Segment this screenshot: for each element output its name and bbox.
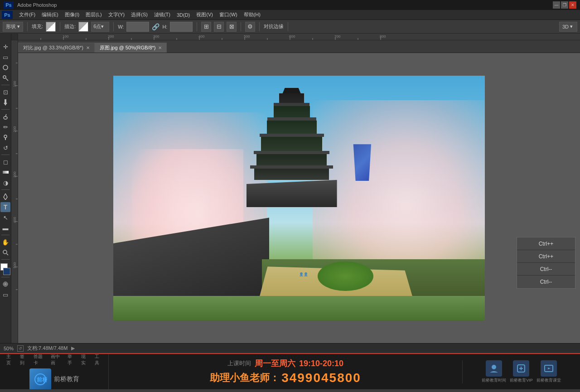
ruler-vertical: 100 200 300 400 500 <box>11 40 18 343</box>
promo-icon-2[interactable]: 前桥教育VIP <box>510 360 533 383</box>
promo-tab-home[interactable]: 主页 <box>5 353 15 367</box>
doc-info-arrow[interactable]: ▶ <box>71 345 75 351</box>
tool-sep7 <box>1 277 10 277</box>
figures: 👤👤 <box>299 272 308 276</box>
shape-tool[interactable]: ▬ <box>0 223 10 233</box>
clone-stamp-tool[interactable] <box>0 132 10 142</box>
tab-original[interactable]: 原图.jpg @ 50%(RGB/8*) ✕ <box>95 43 167 53</box>
menu-help[interactable]: 帮助(H) <box>241 10 263 19</box>
canvas-with-ruler: 100 200 300 400 500 对比.jpg @ 33.3%(RGB/8… <box>11 40 580 343</box>
lock-aspect-icon[interactable]: 🔗 <box>152 23 160 30</box>
promo-tab-reality[interactable]: 现实 <box>79 353 90 367</box>
shortcut-zoom-out-2[interactable]: Ctrl-- <box>517 276 575 288</box>
background-color[interactable] <box>3 268 10 275</box>
marquee-tool[interactable]: ▭ <box>0 52 10 62</box>
gear-settings[interactable]: ⚙ <box>245 22 255 32</box>
menu-file[interactable]: 文件(F) <box>16 10 38 19</box>
win-minimize-btn[interactable]: — <box>553 1 560 9</box>
tab-contrast-close[interactable]: ✕ <box>86 45 90 50</box>
eraser-tool[interactable]: ◻ <box>0 157 10 167</box>
doc-info: 文档:7.48M/7.48M <box>27 345 68 352</box>
promo-logo-icon: 前桥 <box>29 368 51 389</box>
promo-tab-tools[interactable]: 工具 <box>93 353 104 367</box>
menu-text[interactable]: 文字(Y) <box>106 10 128 19</box>
crop-tool[interactable]: ⊡ <box>0 87 10 97</box>
svg-text:500: 500 <box>13 262 17 268</box>
path-intersect-icon[interactable]: ⊠ <box>227 22 237 32</box>
promo-tab-raise[interactable]: 举手 <box>66 353 77 367</box>
schedule-time: 19:10-20:10 <box>299 359 343 368</box>
path-combine-icon[interactable]: ⊞ <box>201 22 211 32</box>
spot-heal-tool[interactable] <box>0 111 10 121</box>
tower-body-4 <box>261 137 322 154</box>
3d-view-btn[interactable]: 3D ▾ <box>559 22 577 32</box>
shortcut-panel: Ctrl++ Ctrl++ Ctrl-- Ctrl-- <box>517 237 575 289</box>
svg-rect-9 <box>3 171 9 174</box>
h-input[interactable] <box>170 22 193 32</box>
history-brush-tool[interactable]: ↺ <box>0 143 10 153</box>
tool-panel: ✛ ▭ ⊡ ✏ ↺ ◻ ◑ T ↖ ▬ <box>0 34 11 343</box>
ruler-corner-box <box>11 34 18 40</box>
menu-3d[interactable]: 3D(D) <box>174 11 193 19</box>
svg-point-1 <box>3 76 6 78</box>
quick-select-tool[interactable] <box>0 73 10 83</box>
shortcut-zoom-in-2[interactable]: Ctrl++ <box>517 250 575 263</box>
path-select-tool[interactable]: ↖ <box>0 213 10 223</box>
menu-layer[interactable]: 图层(L) <box>83 10 104 19</box>
fill-swatch[interactable] <box>46 22 56 32</box>
brush-tool[interactable]: ✏ <box>0 122 10 132</box>
screen-mode-btn[interactable]: ▭ <box>0 290 10 300</box>
svg-line-6 <box>5 114 6 116</box>
promo-tab-pip[interactable]: 画中画 <box>49 353 63 367</box>
win-close-btn[interactable]: ✕ <box>569 1 576 9</box>
menu-filter[interactable]: 滤镜(T) <box>151 10 173 19</box>
promo-tabs: 主页 签到 答题卡 画中画 举手 现实 工具 <box>5 353 104 367</box>
menu-image[interactable]: 图像(I) <box>62 10 82 19</box>
tool-sep5 <box>1 235 10 235</box>
lasso-tool[interactable] <box>0 63 10 73</box>
svg-text:700: 700 <box>334 34 341 39</box>
promo-tab-quiz[interactable]: 答题卡 <box>32 353 46 367</box>
menu-view[interactable]: 视图(V) <box>193 10 216 19</box>
color-swatches[interactable] <box>0 263 10 275</box>
blur-tool[interactable]: ◑ <box>0 178 10 188</box>
tab-original-close[interactable]: ✕ <box>158 45 162 50</box>
zoom-refresh-btn[interactable]: ↺ <box>17 345 24 352</box>
promo-tab-signin[interactable]: 签到 <box>18 353 29 367</box>
w-input[interactable] <box>126 22 149 32</box>
tab-contrast[interactable]: 对比.jpg @ 33.3%(RGB/8*) ✕ <box>18 43 95 53</box>
tool-sep1 <box>1 85 10 85</box>
gradient-tool[interactable] <box>0 167 10 177</box>
promo-icon-3[interactable]: 前桥教育课堂 <box>536 360 561 383</box>
shortcut-zoom-in-1[interactable]: Ctrl++ <box>517 237 575 250</box>
shortcut-zoom-out-1[interactable]: Ctrl-- <box>517 263 575 276</box>
path-subtract-icon[interactable]: ⊟ <box>214 22 224 32</box>
shape-dropdown[interactable]: 形状 ▾ <box>3 22 23 32</box>
type-tool[interactable]: T <box>0 202 10 212</box>
tower-body-3 <box>267 121 317 137</box>
menu-select[interactable]: 选择(S) <box>128 10 150 19</box>
eyedropper-tool[interactable] <box>0 97 10 107</box>
w-label: W: <box>118 24 124 29</box>
win-restore-btn[interactable]: ❐ <box>561 1 568 9</box>
menu-window[interactable]: 窗口(W) <box>217 10 240 19</box>
menu-edit[interactable]: 编辑(E) <box>39 10 61 19</box>
svg-line-2 <box>6 78 8 81</box>
tower-body-5 <box>256 154 327 169</box>
svg-text:200: 200 <box>13 126 17 132</box>
schedule-label: 上课时间 <box>227 359 251 368</box>
promo-icon-1[interactable]: 前桥教育时间 <box>482 360 506 383</box>
stroke-size-input[interactable]: 6点 ▾ <box>91 22 109 32</box>
promo-logo-text: 前桥教育 <box>54 375 79 383</box>
quick-mask-btn[interactable] <box>0 279 10 289</box>
stroke-swatch[interactable] <box>78 22 88 32</box>
h-label: H: <box>162 24 167 29</box>
hand-tool[interactable]: ✋ <box>0 237 10 247</box>
castle-scene: 👤👤 <box>113 76 485 320</box>
zoom-tool[interactable] <box>0 247 10 257</box>
ruler-corner <box>2 34 9 40</box>
pen-tool[interactable] <box>0 192 10 202</box>
promo-contact: 助理小鱼老师： 3499045800 <box>210 371 361 385</box>
svg-text:600: 600 <box>289 34 295 39</box>
move-tool[interactable]: ✛ <box>0 42 10 52</box>
